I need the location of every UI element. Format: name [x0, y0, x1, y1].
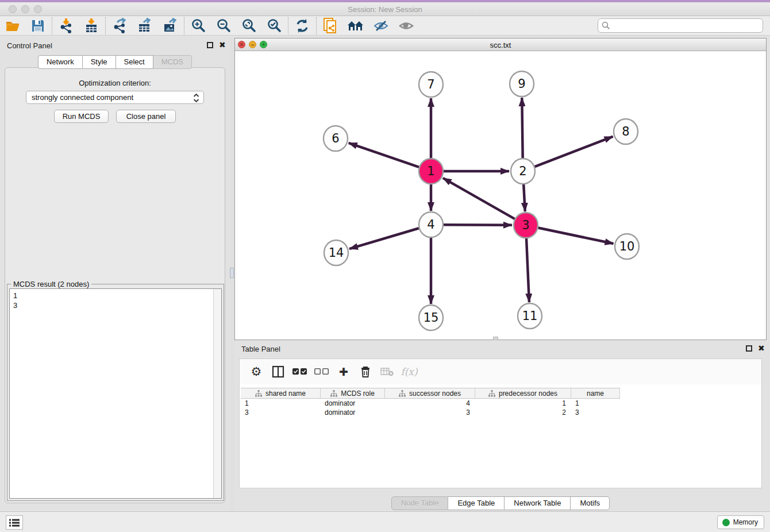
zoom-out-icon[interactable] [211, 17, 236, 34]
import-network-icon[interactable] [53, 17, 79, 34]
tab-node-table[interactable]: Node Table [391, 496, 449, 510]
node-label-11: 11 [522, 309, 538, 323]
open-file-icon[interactable] [0, 17, 25, 34]
run-mcds-button[interactable]: Run MCDS [54, 110, 109, 123]
column-header-MCDS-role[interactable]: MCDS role [321, 388, 385, 398]
zoom-selected-icon[interactable] [261, 17, 287, 34]
close-table-panel-icon[interactable]: ✖ [758, 345, 765, 352]
save-session-icon[interactable] [25, 17, 51, 34]
search-input[interactable] [613, 21, 763, 30]
column-header-successor-nodes[interactable]: successor nodes [385, 388, 475, 398]
deselect-all-icon[interactable] [311, 363, 333, 380]
float-table-panel-icon[interactable] [746, 345, 752, 352]
tab-motifs[interactable]: Motifs [571, 496, 610, 510]
table-cell[interactable]: dominator [321, 399, 385, 408]
tab-network[interactable]: Network [38, 55, 83, 69]
new-network-from-selection-icon[interactable] [318, 17, 343, 34]
edge-3-1[interactable] [443, 178, 515, 219]
apply-layout-icon[interactable] [290, 17, 315, 34]
hide-selected-icon[interactable] [368, 17, 394, 34]
table-cell[interactable]: dominator [321, 408, 385, 418]
edge-3-10[interactable] [538, 228, 614, 244]
export-table-icon[interactable] [132, 17, 157, 34]
fit-content-icon[interactable] [236, 17, 261, 34]
edge-3-11[interactable] [526, 238, 529, 302]
mcds-result-group: MCDS result (2 nodes) 13 [7, 284, 224, 501]
edge-1-6[interactable] [349, 143, 419, 167]
memory-status-icon [722, 519, 730, 526]
tab-edge-table[interactable]: Edge Table [448, 496, 505, 510]
table-cell[interactable]: 1 [241, 399, 321, 408]
toolbar-separator [316, 17, 317, 34]
delete-column-icon[interactable] [355, 363, 376, 380]
function-builder-icon: f(x) [398, 363, 420, 380]
table-cell[interactable]: 1 [475, 399, 571, 408]
table-cell[interactable]: 4 [385, 399, 475, 408]
criterion-dropdown[interactable]: strongly connected component [26, 91, 204, 104]
node-label-14: 14 [329, 246, 344, 260]
table-row[interactable]: 3dominator323 [241, 408, 760, 418]
tab-style[interactable]: Style [83, 55, 116, 69]
result-scrollbar[interactable] [213, 289, 221, 498]
node-label-4: 4 [427, 218, 434, 232]
tab-mcds[interactable]: MCDS [153, 55, 192, 69]
node-label-2: 2 [519, 164, 526, 178]
table-row[interactable]: 1dominator411 [241, 399, 760, 408]
toolbar-separator [52, 17, 52, 34]
first-neighbors-icon[interactable] [343, 17, 368, 34]
zoom-in-icon[interactable] [186, 17, 211, 34]
task-history-button[interactable] [6, 515, 23, 530]
export-network-icon[interactable] [107, 17, 132, 34]
memory-button[interactable]: Memory [717, 515, 764, 529]
table-cell[interactable]: 3 [571, 408, 620, 418]
horizontal-splitter-handle[interactable] [493, 337, 498, 340]
control-panel-window-controls: ✖ [207, 42, 226, 48]
tab-network-table[interactable]: Network Table [505, 496, 571, 510]
main-toolbar [0, 16, 770, 36]
column-header-shared-name[interactable]: shared name [241, 388, 321, 398]
table-panel-tabs: Node TableEdge TableNetwork TableMotifs [234, 496, 767, 510]
node-table-card: ⚙ ✚ f(x) shared nameMCDS rolesuccessor n… [239, 358, 762, 488]
edge-2-8[interactable] [535, 137, 613, 167]
node-label-8: 8 [622, 125, 629, 138]
network-titlebar[interactable]: ✕ − ＋ scc.txt [235, 38, 766, 51]
mcds-result-textarea[interactable]: 13 [9, 288, 222, 499]
delete-table-icon [376, 363, 398, 380]
search-box[interactable] [598, 18, 763, 33]
add-column-icon[interactable]: ✚ [333, 363, 355, 380]
import-table-icon[interactable] [79, 17, 104, 34]
column-selector-icon[interactable] [267, 363, 289, 380]
show-all-icon[interactable] [394, 17, 419, 34]
table-cell[interactable]: 3 [385, 408, 475, 418]
node-label-15: 15 [424, 311, 439, 325]
result-line: 1 [13, 291, 218, 300]
table-cell[interactable]: 1 [571, 399, 620, 408]
mcds-result-title: MCDS result (2 nodes) [11, 280, 91, 288]
app-title: Session: New Session [0, 5, 770, 14]
column-header-predecessor-nodes[interactable]: predecessor nodes [475, 388, 571, 398]
toolbar-separator [184, 17, 184, 34]
edge-4-14[interactable] [349, 228, 419, 249]
splitter-handle[interactable] [230, 268, 234, 278]
attribute-tree-icon [255, 390, 262, 397]
app-titlebar: Session: New Session [0, 2, 770, 16]
column-header-name[interactable]: name [571, 388, 620, 398]
table-cell[interactable]: 2 [475, 408, 571, 418]
edge-4-3[interactable] [444, 225, 512, 225]
gear-icon[interactable]: ⚙ [245, 363, 267, 380]
memory-label: Memory [733, 518, 758, 526]
edge-2-3[interactable] [523, 184, 525, 211]
tab-select[interactable]: Select [116, 55, 153, 69]
toolbar-separator [288, 17, 288, 34]
select-all-icon[interactable] [289, 363, 311, 380]
close-panel-button[interactable]: Close panel [116, 110, 176, 123]
mcds-result-lines: 13 [10, 289, 221, 312]
float-panel-icon[interactable] [207, 42, 213, 48]
table-cell[interactable]: 3 [241, 408, 321, 418]
table-toolbar: ⚙ ✚ f(x) [240, 359, 761, 384]
network-canvas[interactable]: 7968124314101511 [235, 51, 766, 340]
edge-2-9[interactable] [522, 98, 522, 159]
export-image-icon[interactable] [157, 17, 183, 34]
table-panel-window-controls: ✖ [746, 345, 765, 352]
close-panel-icon[interactable]: ✖ [219, 42, 226, 48]
